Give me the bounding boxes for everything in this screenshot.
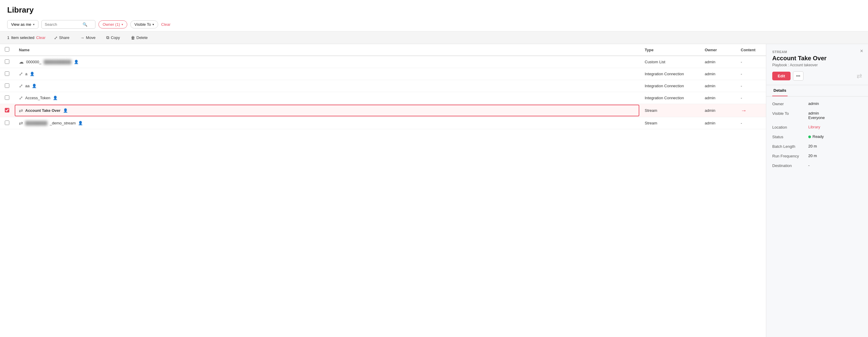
row-name-cell: ⤢a👤 (14, 68, 640, 80)
table-row[interactable]: ⤢Access_Token👤Integration Connectionadmi… (0, 92, 766, 104)
row-content-cell: - (736, 117, 766, 129)
type-column-header: Type (640, 44, 700, 56)
move-label: Move (86, 35, 95, 40)
row-owner-cell: admin (700, 80, 736, 92)
detail-title: Account Take Over (772, 55, 862, 62)
row-user-icon: 👤 (32, 83, 37, 88)
row-type-cell: Stream (640, 117, 700, 129)
row-type-cell: Stream (640, 104, 700, 117)
detail-row-value: admin (808, 101, 819, 106)
status-dot-icon (808, 136, 811, 138)
detail-row-value: Ready (808, 134, 824, 139)
row-content-cell: - (736, 80, 766, 92)
owner-filter-chevron-icon: ▾ (122, 23, 123, 26)
selection-item-label: Item selected (11, 35, 34, 40)
row-checkbox[interactable] (5, 108, 9, 112)
row-checkbox[interactable] (5, 121, 9, 125)
detail-row: Owneradmin (772, 101, 862, 106)
view-as-me-chevron-icon: ▾ (33, 23, 34, 26)
detail-row-value[interactable]: Library (808, 125, 820, 129)
owner-filter-button[interactable]: Owner (1) ▾ (98, 21, 127, 29)
select-all-checkbox[interactable] (5, 47, 9, 52)
copy-action[interactable]: ⧉ Copy (104, 34, 122, 41)
detail-row: Batch Length20 m (772, 144, 862, 149)
detail-tabs: Details (766, 85, 868, 97)
share-action[interactable]: ⤢ Share (52, 34, 72, 41)
detail-stream-label: STREAM (772, 50, 862, 54)
search-box: 🔍 (41, 20, 95, 29)
move-action[interactable]: → Move (78, 34, 98, 41)
row-name-cell: ⇄████████_demo_stream👤 (14, 117, 640, 129)
table-row[interactable]: ⤢a👤Integration Connectionadmin- (0, 68, 766, 80)
row-user-icon: 👤 (53, 96, 58, 100)
row-type-icon: ⤢ (19, 71, 23, 77)
selection-bar: 1 Item selected Clear ⤢ Share → Move ⧉ C… (0, 32, 868, 44)
row-name-suffix: _demo_stream (50, 121, 76, 125)
delete-action[interactable]: 🗑 Delete (128, 34, 150, 41)
row-checkbox[interactable] (5, 71, 9, 76)
row-type-icon: ⇄ (19, 108, 23, 113)
share-label: Share (59, 35, 70, 40)
clear-filter-button[interactable]: Clear (161, 22, 170, 27)
row-checkbox[interactable] (5, 59, 9, 64)
detail-actions: Edit ••• ⇄ (772, 71, 862, 81)
detail-row-label: Destination (772, 163, 808, 168)
delete-label: Delete (136, 35, 148, 40)
visible-to-label: Visible To (134, 22, 151, 27)
table-row[interactable]: ⇄Account Take Over👤Streamadmin→ (0, 104, 766, 117)
tab-details[interactable]: Details (772, 85, 787, 96)
table-row[interactable]: ⤢aa👤Integration Connectionadmin- (0, 80, 766, 92)
row-content-cell: - (736, 92, 766, 104)
selection-count: 1 (7, 35, 9, 40)
select-all-header[interactable] (0, 44, 14, 56)
row-checkbox-cell[interactable] (0, 117, 14, 129)
row-name-cell: ⤢aa👤 (14, 80, 640, 92)
library-table: Name Type Owner Content ☁000000_████████… (0, 44, 766, 129)
detail-row: LocationLibrary (772, 125, 862, 130)
row-checkbox-cell[interactable] (0, 56, 14, 68)
table-row[interactable]: ☁000000_██████████👤Custom Listadmin- (0, 56, 766, 68)
row-content-cell: - (736, 68, 766, 80)
name-column-header: Name (14, 44, 640, 56)
row-name-cell: ⇄Account Take Over👤 (14, 104, 640, 117)
row-checkbox[interactable] (5, 83, 9, 88)
page-title: Library (0, 0, 868, 18)
view-as-me-label: View as me (11, 22, 31, 27)
row-checkbox-cell[interactable] (0, 80, 14, 92)
close-panel-button[interactable]: × (860, 48, 863, 54)
visible-to-chevron-icon: ▾ (152, 23, 154, 26)
table-head: Name Type Owner Content (0, 44, 766, 56)
view-as-me-button[interactable]: View as me ▾ (7, 20, 38, 29)
row-name-text: a (25, 72, 27, 76)
detail-row-label: Location (772, 125, 808, 130)
row-user-icon: 👤 (30, 72, 34, 76)
row-name-text: 000000_ (26, 60, 41, 64)
detail-row-label: Batch Length (772, 144, 808, 149)
row-user-icon: 👤 (74, 60, 79, 64)
owner-filter-label: Owner (1) (103, 22, 120, 27)
detail-row-label: Owner (772, 101, 808, 106)
detail-row: Destination- (772, 163, 862, 168)
table-section: Name Type Owner Content ☁000000_████████… (0, 44, 766, 337)
table-body: ☁000000_██████████👤Custom Listadmin-⤢a👤I… (0, 56, 766, 129)
detail-body: OwneradminVisible Toadmin EveryoneLocati… (766, 97, 868, 337)
row-checkbox-cell[interactable] (0, 68, 14, 80)
selection-clear-link[interactable]: Clear (36, 35, 45, 40)
row-name-text: aa (25, 83, 29, 88)
detail-subtitle: Playbook : Account takeover (772, 63, 862, 67)
shuffle-icon[interactable]: ⇄ (857, 72, 862, 80)
more-options-button[interactable]: ••• (793, 71, 804, 81)
table-row[interactable]: ⇄████████_demo_stream👤Streamadmin- (0, 117, 766, 129)
row-type-cell: Integration Connection (640, 68, 700, 80)
row-checkbox-cell[interactable] (0, 92, 14, 104)
edit-button[interactable]: Edit (772, 72, 790, 80)
search-input[interactable] (45, 22, 81, 27)
row-content-cell: - (736, 56, 766, 68)
row-type-cell: Integration Connection (640, 80, 700, 92)
row-checkbox[interactable] (5, 95, 9, 100)
row-checkbox-cell[interactable] (0, 104, 14, 117)
row-user-icon: 👤 (78, 121, 83, 125)
search-icon: 🔍 (83, 22, 87, 27)
delete-icon: 🗑 (131, 35, 135, 40)
visible-to-button[interactable]: Visible To ▾ (130, 21, 158, 29)
